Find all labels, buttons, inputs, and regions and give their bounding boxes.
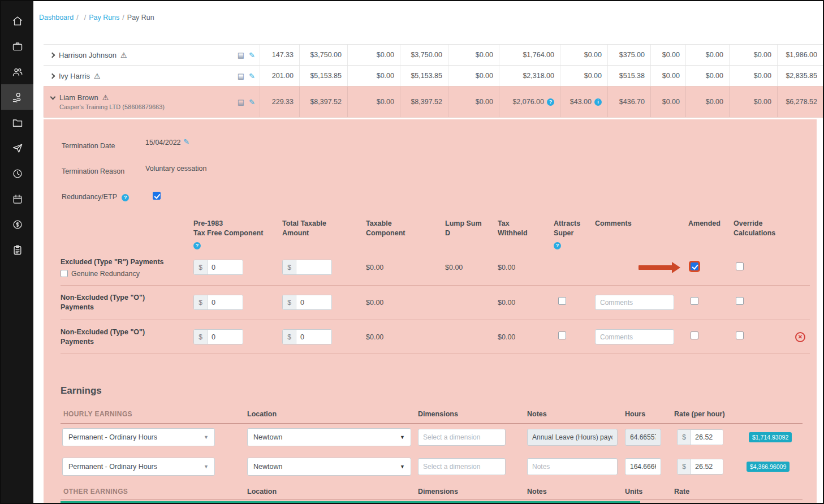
employee-row-harrison[interactable]: Harrison Johnson ⚠ ▤ ✎ 147.33 $3,750.00 … [44, 44, 823, 65]
breadcrumb-pay-runs[interactable]: Pay Runs [89, 14, 119, 21]
breadcrumb-dashboard[interactable]: Dashboard [39, 14, 74, 21]
dimension-input[interactable] [418, 429, 506, 446]
cell-amount: $0.00 [650, 87, 685, 117]
cell-amount: $5,153.85 [299, 66, 347, 86]
genuine-redundancy-checkbox[interactable] [61, 270, 68, 277]
attracts-super-checkbox[interactable] [558, 331, 566, 339]
edit-pencil-icon[interactable]: ✎ [249, 72, 255, 80]
pre1983-input-group: $ [193, 329, 243, 344]
cell-amount: $0.00 [650, 45, 685, 65]
genuine-redundancy-option[interactable]: Genuine Redundancy [61, 270, 189, 278]
earnings-section-title: Earnings [61, 385, 102, 397]
info-icon[interactable]: i [594, 98, 602, 106]
rate-input-group: $ [677, 459, 723, 475]
cell-amount: $2,318.00 [499, 66, 560, 86]
employee-name[interactable]: Liam Brown [59, 93, 98, 102]
sidebar-item-timesheets[interactable] [1, 161, 33, 186]
currency-prefix: $ [678, 459, 691, 474]
pay-slip-grid-icon[interactable]: ▤ [238, 72, 244, 80]
sidebar-item-billing[interactable] [1, 212, 33, 237]
attracts-super-checkbox[interactable] [558, 297, 566, 305]
pay-slip-grid-icon[interactable]: ▤ [238, 98, 244, 106]
sidebar-item-home[interactable] [1, 8, 33, 33]
header-attracts-super: AttractsSuper? [554, 219, 595, 250]
notes-input[interactable] [527, 429, 618, 446]
override-calculations-checkbox[interactable] [736, 297, 744, 305]
pre1983-input[interactable] [208, 330, 243, 344]
edit-pencil-icon[interactable]: ✎ [249, 98, 255, 106]
taxable-component-value: $0.00 [366, 264, 445, 272]
amended-checkbox[interactable] [691, 297, 698, 305]
comments-input[interactable] [595, 295, 674, 310]
location-value: Newtown [253, 463, 282, 471]
location-select[interactable]: Newtown▼ [247, 458, 411, 476]
pre1983-input[interactable] [208, 295, 243, 309]
amended-checkbox[interactable] [691, 262, 698, 270]
header-pre1983: Pre-1983Tax Free Component? [193, 219, 282, 250]
location-select[interactable]: Newtown▼ [247, 428, 411, 446]
employee-row-liam-expanded[interactable]: Liam Brown ⚠ Casper's Training LTD (5860… [44, 86, 823, 118]
edit-pencil-icon[interactable]: ✎ [183, 137, 189, 146]
cell-amount: $43.00 [570, 98, 592, 106]
delete-row-icon[interactable]: ✕ [795, 332, 805, 342]
comments-input[interactable] [595, 329, 674, 344]
pay-category-select[interactable]: Permanent - Ordinary Hours▼ [62, 428, 215, 446]
paper-plane-icon [12, 143, 23, 154]
pre1983-input[interactable] [208, 260, 243, 274]
employee-name[interactable]: Ivy Harris [59, 72, 90, 80]
override-calculations-checkbox[interactable] [736, 331, 744, 339]
employee-row-ivy[interactable]: Ivy Harris ⚠ ▤ ✎ 201.00 $5,153.85 $0.00 … [44, 65, 823, 86]
header-total-taxable: Total TaxableAmount [282, 219, 366, 238]
etp-row-label: Excluded (Type "R") Payments [61, 257, 189, 267]
help-icon[interactable]: ? [547, 98, 554, 106]
chevron-down-icon[interactable] [50, 94, 56, 100]
sidebar-item-calendar[interactable] [1, 186, 33, 212]
dimension-input[interactable] [418, 458, 506, 475]
pay-category-select[interactable]: Permanent - Ordinary Hours▼ [62, 458, 215, 476]
hours-input[interactable] [625, 429, 661, 446]
sidebar-item-employees[interactable] [1, 59, 33, 84]
help-icon[interactable]: ? [193, 242, 201, 249]
sidebar-item-payroll[interactable] [1, 84, 33, 110]
divider [61, 423, 803, 424]
briefcase-icon [12, 41, 23, 52]
genuine-redundancy-label: Genuine Redundancy [71, 270, 140, 278]
sidebar [1, 1, 33, 503]
redundancy-etp-checkbox[interactable] [153, 192, 161, 200]
currency-prefix: $ [194, 295, 208, 309]
amended-checkbox[interactable] [691, 331, 698, 339]
termination-date-value: 15/04/2022 [145, 139, 181, 147]
rate-input[interactable] [691, 459, 723, 474]
etp-row-non-excluded-o-1: Non-Excluded (Type "O") Payments $ $ $0.… [61, 286, 810, 320]
notes-input[interactable] [527, 458, 618, 475]
help-icon[interactable]: ? [122, 194, 129, 201]
chevron-down-icon: ▼ [204, 464, 209, 469]
cell-hours: 201.00 [260, 66, 299, 86]
lump-sum-d-value: $0.00 [445, 264, 498, 272]
override-calculations-checkbox[interactable] [736, 262, 744, 270]
cell-amount: $0.00 [560, 45, 607, 65]
hours-input[interactable] [625, 458, 661, 475]
cell-amount-with-info: $43.00i [560, 87, 607, 117]
sidebar-item-business[interactable] [1, 33, 33, 59]
edit-pencil-icon[interactable]: ✎ [249, 51, 255, 59]
total-taxable-input[interactable] [296, 260, 331, 274]
sidebar-item-leave[interactable] [1, 135, 33, 161]
help-icon[interactable]: ? [554, 242, 561, 249]
home-icon [12, 15, 23, 27]
cell-amount: $0.00 [685, 66, 729, 86]
sidebar-item-reports[interactable] [1, 237, 33, 262]
chevron-right-icon[interactable] [50, 52, 55, 58]
sidebar-item-documents[interactable] [1, 110, 33, 135]
currency-prefix: $ [194, 330, 208, 344]
taxable-component-value: $0.00 [366, 299, 445, 307]
total-taxable-input-group: $ [282, 260, 332, 275]
total-taxable-input[interactable] [296, 330, 331, 344]
rate-input[interactable] [691, 430, 723, 445]
chevron-right-icon[interactable] [50, 73, 55, 79]
employee-name[interactable]: Harrison Johnson [59, 51, 117, 59]
tasks-icon [12, 244, 23, 256]
total-taxable-input[interactable] [296, 295, 331, 309]
cell-amount: $515.38 [607, 66, 650, 86]
pay-slip-grid-icon[interactable]: ▤ [238, 51, 244, 59]
